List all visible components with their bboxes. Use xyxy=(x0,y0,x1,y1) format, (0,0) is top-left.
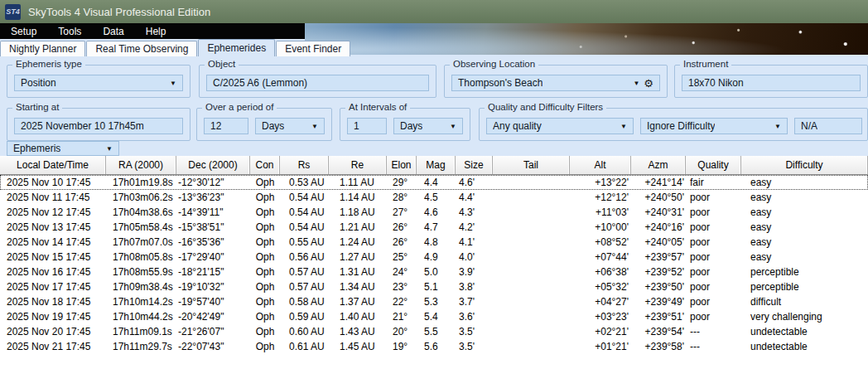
column-header-dec-2000-[interactable]: Dec (2000) xyxy=(176,156,250,174)
cell: +240°31' xyxy=(631,205,686,220)
table-row[interactable]: 2025 Nov 19 17:4517h10m44.2s-20°42'49"Op… xyxy=(0,309,868,324)
table-row[interactable]: 2025 Nov 15 17:4517h08m05.8s-17°29'40"Op… xyxy=(0,250,868,265)
menu-item-setup[interactable]: Setup xyxy=(0,26,47,37)
period-count-field[interactable]: 12 xyxy=(204,118,248,134)
ephemeris-type-value: Position xyxy=(21,77,56,89)
gear-icon[interactable]: ⚙ xyxy=(644,78,653,89)
column-header-ra-2000-[interactable]: RA (2000) xyxy=(106,156,176,174)
cell: poor xyxy=(686,220,741,235)
filter-extra-field[interactable]: N/A xyxy=(794,118,862,134)
cell xyxy=(493,265,570,279)
observing-location-label: Observing Location xyxy=(450,59,538,69)
column-header-azm[interactable]: Azm xyxy=(631,156,686,174)
cell: +240°16' xyxy=(631,220,686,235)
tab-real-time-observing[interactable]: Real Time Observing xyxy=(86,41,197,56)
output-mode-select[interactable]: Ephemeris ▼ xyxy=(7,141,119,156)
table-row[interactable]: 2025 Nov 18 17:4517h10m14.2s-19°57'40"Op… xyxy=(0,294,868,309)
cell: 1.24 AU xyxy=(329,235,387,250)
cell: 26° xyxy=(387,235,417,250)
table-row[interactable]: 2025 Nov 14 17:4517h07m07.0s-16°35'36"Op… xyxy=(0,235,868,250)
cell: 21° xyxy=(387,309,417,324)
column-header-rs[interactable]: Rs xyxy=(280,156,329,174)
cell: 1.27 AU xyxy=(329,250,387,265)
column-header-local-date-time[interactable]: Local Date/Time xyxy=(0,156,106,174)
cell: +239°58' xyxy=(631,339,686,354)
column-header-con[interactable]: Con xyxy=(250,156,280,174)
chevron-down-icon: ▼ xyxy=(170,80,176,87)
column-header-mag[interactable]: Mag xyxy=(417,156,456,174)
interval-unit-value: Days xyxy=(400,120,422,132)
cell: 5.5 xyxy=(417,324,456,339)
cell xyxy=(493,309,570,324)
cell: Oph xyxy=(250,265,280,279)
table-row[interactable]: 2025 Nov 17 17:4517h09m38.4s-19°10'32"Op… xyxy=(0,279,868,294)
cell: 5.6 xyxy=(417,339,456,354)
column-header-size[interactable]: Size xyxy=(456,156,493,174)
difficulty-filter-select[interactable]: Ignore Difficulty ▼ xyxy=(640,118,788,134)
cell: 1.18 AU xyxy=(329,205,387,220)
cell: -14°39'11" xyxy=(176,205,250,220)
chevron-down-icon[interactable]: ▼ xyxy=(633,80,639,87)
cell: Oph xyxy=(250,205,280,220)
cell xyxy=(493,324,570,339)
menu-item-tools[interactable]: Tools xyxy=(47,26,92,37)
cell: 17h11m09.1s xyxy=(106,324,176,339)
cell: undetectable xyxy=(741,339,868,354)
table-row[interactable]: 2025 Nov 20 17:4517h11m09.1s-21°26'07"Op… xyxy=(0,324,868,339)
cell: Oph xyxy=(250,235,280,250)
table-header: Local Date/TimeRA (2000)Dec (2000)ConRsR… xyxy=(0,156,868,175)
table-row[interactable]: 2025 Nov 16 17:4517h08m55.9s-18°21'15"Op… xyxy=(0,265,868,279)
table-row[interactable]: 2025 Nov 11 17:4517h03m06.2s-13°36'23"Op… xyxy=(0,190,868,205)
quality-filter-value: Any quality xyxy=(493,120,542,132)
cell: 29° xyxy=(387,175,417,190)
cell: 27° xyxy=(387,205,417,220)
column-header-re[interactable]: Re xyxy=(329,156,387,174)
cell: poor xyxy=(686,190,741,205)
starting-at-label: Starting at xyxy=(12,102,62,112)
table-row[interactable]: 2025 Nov 12 17:4517h04m38.6s-14°39'11"Op… xyxy=(0,205,868,220)
menu-item-data[interactable]: Data xyxy=(92,26,134,37)
cell: +239°49' xyxy=(631,294,686,309)
cell: 2025 Nov 21 17:45 xyxy=(0,339,106,354)
interval-count-field[interactable]: 1 xyxy=(347,118,387,134)
column-header-quality[interactable]: Quality xyxy=(686,156,741,174)
period-unit-select[interactable]: Days ▼ xyxy=(255,118,325,134)
tab-event-finder[interactable]: Event Finder xyxy=(276,41,350,56)
cell: 17h08m55.9s xyxy=(106,265,176,279)
table-row[interactable]: 2025 Nov 13 17:4517h05m58.4s-15°38'51"Op… xyxy=(0,220,868,235)
cell: 2025 Nov 19 17:45 xyxy=(0,309,106,324)
cell: 1.45 AU xyxy=(329,339,387,354)
cell: 0.54 AU xyxy=(280,190,329,205)
interval-unit-select[interactable]: Days ▼ xyxy=(393,118,463,134)
cell: 17h05m58.4s xyxy=(106,220,176,235)
starting-at-field[interactable]: 2025 November 10 17h45m xyxy=(14,118,183,134)
table-row[interactable]: 2025 Nov 10 17:4517h01m19.8s-12°30'12"Op… xyxy=(0,175,868,190)
observing-location-select[interactable]: Thompson's Beach ▼ ⚙ xyxy=(451,75,660,91)
cell: 24° xyxy=(387,265,417,279)
tab-nightly-planner[interactable]: Nightly Planner xyxy=(0,41,85,56)
column-header-alt[interactable]: Alt xyxy=(570,156,631,174)
column-header-elon[interactable]: Elon xyxy=(387,156,417,174)
instrument-field[interactable]: 18x70 Nikon xyxy=(682,75,861,91)
object-field[interactable]: C/2025 A6 (Lemmon) xyxy=(206,75,429,91)
cell: 2025 Nov 11 17:45 xyxy=(0,190,106,205)
column-header-tail[interactable]: Tail xyxy=(493,156,570,174)
cell: 1.14 AU xyxy=(329,190,387,205)
menu-item-help[interactable]: Help xyxy=(135,26,177,37)
over-a-period-of-group: Over a period of 12 Days ▼ xyxy=(196,108,332,141)
tab-ephemerides[interactable]: Ephemerides xyxy=(198,39,275,56)
cell: 0.54 AU xyxy=(280,205,329,220)
cell: +240°05' xyxy=(631,235,686,250)
cell: +12°12' xyxy=(570,190,631,205)
cell: easy xyxy=(741,175,868,190)
cell: -22°07'43" xyxy=(176,339,250,354)
table-row[interactable]: 2025 Nov 21 17:4517h11m29.7s-22°07'43"Op… xyxy=(0,339,868,354)
cell: perceptible xyxy=(741,279,868,294)
cell: easy xyxy=(741,220,868,235)
cell: 0.53 AU xyxy=(280,175,329,190)
column-header-difficulty[interactable]: Difficulty xyxy=(741,156,868,174)
ephemeris-type-label: Ephemeris type xyxy=(12,59,85,69)
ephemeris-type-select[interactable]: Position ▼ xyxy=(14,75,183,91)
quality-filter-select[interactable]: Any quality ▼ xyxy=(486,118,634,134)
cell xyxy=(493,220,570,235)
